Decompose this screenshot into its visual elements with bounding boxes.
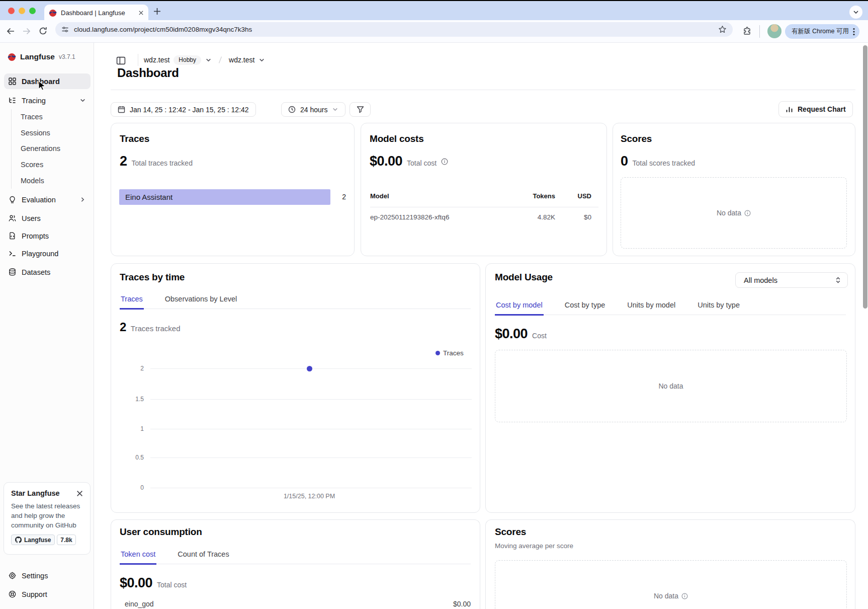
maximize-window-button[interactable] bbox=[29, 8, 36, 14]
tab-cost-by-type[interactable]: Cost by type bbox=[564, 300, 606, 315]
tab-units-by-model[interactable]: Units by model bbox=[626, 300, 676, 315]
forward-icon[interactable] bbox=[22, 27, 31, 36]
card-title: User consumption bbox=[120, 526, 202, 538]
tab-traces[interactable]: Traces bbox=[120, 294, 144, 310]
extensions-icon[interactable] bbox=[743, 27, 752, 36]
tab-count-of-traces[interactable]: Count of Traces bbox=[177, 549, 230, 564]
y-tick: 0 bbox=[111, 484, 144, 492]
tab-title: Dashboard | Langfuse bbox=[61, 9, 138, 17]
url-text[interactable]: cloud.langfuse.com/project/cm50idm0208mx… bbox=[74, 26, 718, 33]
gear-icon bbox=[9, 572, 16, 579]
traces-card: Traces 2 Total traces tracked Eino Assis… bbox=[111, 123, 355, 256]
reload-icon[interactable] bbox=[39, 27, 47, 35]
lightbulb-icon bbox=[9, 196, 16, 203]
no-data-panel: No data bbox=[621, 177, 847, 249]
sidebar-toggle-button[interactable] bbox=[116, 56, 126, 65]
star-card-title: Star Langfuse bbox=[11, 489, 60, 497]
filter-button[interactable] bbox=[350, 102, 371, 117]
x-axis-label: 1/15/25, 12:00 PM bbox=[259, 493, 360, 500]
chevron-down-icon bbox=[332, 106, 338, 113]
sidebar-item-tracing[interactable]: Tracing bbox=[4, 93, 91, 108]
traces-total: 2 bbox=[120, 154, 127, 169]
usage-cost-total: $0.00 bbox=[495, 326, 528, 342]
calendar-icon bbox=[118, 106, 125, 113]
card-title: Traces by time bbox=[120, 272, 185, 283]
chrome-update-button[interactable]: 有新版 Chrome 可用 bbox=[785, 24, 859, 39]
request-chart-button[interactable]: Request Chart bbox=[778, 101, 853, 117]
info-icon[interactable] bbox=[744, 210, 751, 216]
user-row-value: $0.00 bbox=[453, 600, 471, 608]
no-data-panel: No data bbox=[495, 560, 847, 609]
plan-badge: Hobby bbox=[173, 55, 201, 65]
github-badge[interactable]: Langfuse bbox=[11, 535, 55, 545]
tab-observations-by-level[interactable]: Observations by Level bbox=[164, 294, 238, 309]
scores-total: 0 bbox=[621, 154, 628, 169]
col-header-tokens: Tokens bbox=[500, 192, 555, 200]
sidebar-item-playground[interactable]: Playground bbox=[4, 246, 91, 261]
sidebar-item-prompts[interactable]: Prompts bbox=[4, 228, 91, 244]
date-range-picker[interactable]: Jan 14, 25 : 12:42 - Jan 15, 25 : 12:42 bbox=[111, 102, 256, 117]
legend-dot bbox=[436, 351, 440, 355]
database-icon bbox=[9, 268, 16, 276]
sidebar-item-evaluation[interactable]: Evaluation bbox=[4, 192, 91, 207]
trace-bar-value: 2 bbox=[342, 193, 346, 201]
bookmark-star-icon[interactable] bbox=[718, 25, 727, 34]
sidebar-item-label: Users bbox=[22, 214, 41, 222]
chevron-down-icon bbox=[79, 97, 86, 104]
file-icon bbox=[9, 232, 16, 240]
sidebar-item-generations[interactable]: Generations bbox=[4, 140, 91, 156]
sidebar-item-support[interactable]: Support bbox=[4, 586, 91, 602]
chevron-down-icon[interactable] bbox=[205, 57, 212, 63]
chevrons-up-down-icon bbox=[835, 277, 841, 283]
trace-bar[interactable]: Eino Assistant bbox=[119, 189, 330, 205]
tab-units-by-type[interactable]: Units by type bbox=[697, 300, 741, 315]
sidebar-item-label: Datasets bbox=[22, 268, 50, 276]
new-tab-button[interactable] bbox=[153, 8, 161, 15]
user-row-label[interactable]: eino_god bbox=[125, 600, 154, 608]
kebab-menu-icon bbox=[853, 28, 855, 36]
breadcrumb-org[interactable]: wdz.test bbox=[144, 56, 169, 64]
chevron-down-icon[interactable] bbox=[258, 57, 265, 63]
time-window-select[interactable]: 24 hours bbox=[281, 102, 345, 117]
sidebar-item-dashboard[interactable]: Dashboard bbox=[4, 73, 91, 89]
github-star-count[interactable]: 7.8k bbox=[57, 535, 75, 545]
info-icon[interactable] bbox=[441, 158, 448, 165]
info-icon[interactable] bbox=[681, 593, 688, 599]
col-header-model: Model bbox=[370, 192, 500, 200]
user-cost-total: $0.00 bbox=[120, 575, 152, 591]
close-icon[interactable] bbox=[76, 490, 83, 497]
tab-search-button[interactable] bbox=[849, 6, 862, 19]
sidebar-item-label: Settings bbox=[22, 572, 48, 580]
tab-close-icon[interactable] bbox=[138, 10, 144, 16]
github-icon bbox=[15, 537, 22, 543]
browser-tabstrip: Dashboard | Langfuse bbox=[0, 0, 868, 20]
chart-legend: Traces bbox=[436, 349, 464, 357]
sidebar-item-label: Evaluation bbox=[22, 196, 74, 204]
langfuse-logo-icon bbox=[8, 53, 16, 61]
close-window-button[interactable] bbox=[8, 8, 15, 14]
model-select[interactable]: All models bbox=[735, 272, 848, 288]
sidebar-item-models[interactable]: Models bbox=[4, 173, 91, 188]
url-bar[interactable]: cloud.langfuse.com/project/cm50idm0208mx… bbox=[55, 22, 733, 37]
traces-by-time-card: Traces by time Traces Observations by Le… bbox=[111, 263, 480, 513]
model-costs-table: Model Tokens USD ep-20250112193826-xftq6… bbox=[370, 191, 598, 221]
minimize-window-button[interactable] bbox=[19, 8, 25, 14]
sidebar-item-scores[interactable]: Scores bbox=[4, 157, 91, 172]
sidebar-item-traces[interactable]: Traces bbox=[4, 109, 91, 124]
sidebar-item-sessions[interactable]: Sessions bbox=[4, 125, 91, 140]
main-content: wdz.test Hobby wdz.test Dashboard Jan 14… bbox=[94, 43, 868, 609]
avatar[interactable] bbox=[767, 24, 782, 38]
breadcrumb-project[interactable]: wdz.test bbox=[229, 56, 254, 64]
table-row[interactable]: ep-20250112193826-xftq6 4.82K $0 bbox=[370, 207, 598, 221]
back-icon[interactable] bbox=[6, 27, 15, 36]
scrollbar-thumb[interactable] bbox=[863, 45, 867, 309]
site-info-icon[interactable] bbox=[61, 26, 69, 33]
sidebar-item-users[interactable]: Users bbox=[4, 210, 91, 226]
sidebar-item-label: Tracing bbox=[22, 97, 74, 105]
tab-cost-by-model[interactable]: Cost by model bbox=[495, 300, 544, 316]
sidebar-item-settings[interactable]: Settings bbox=[4, 568, 91, 583]
sidebar-item-datasets[interactable]: Datasets bbox=[4, 264, 91, 280]
data-point[interactable] bbox=[307, 366, 312, 371]
browser-tab[interactable]: Dashboard | Langfuse bbox=[44, 5, 148, 21]
tab-token-cost[interactable]: Token cost bbox=[120, 549, 156, 565]
